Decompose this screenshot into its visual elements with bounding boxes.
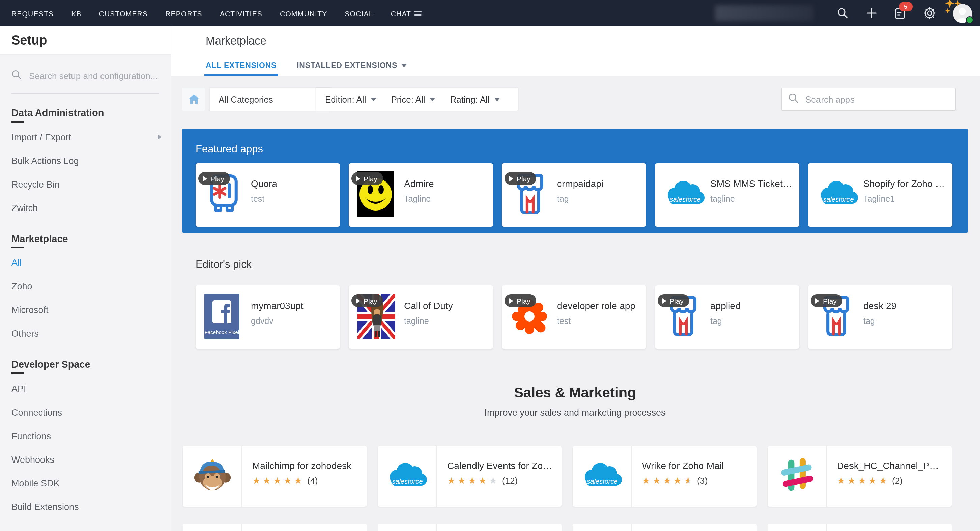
app-card-calendly-events-for-zoho[interactable]: salesforceCalendly Events for Zoho...★★★… xyxy=(378,446,562,507)
facebook-pixel-icon: Facebook Pixel xyxy=(204,292,248,341)
app-card-mymar03upt[interactable]: Facebook Pixelmymar03uptgdvdv xyxy=(196,285,340,349)
app-window: REQUESTSKBCUSTOMERSREPORTSACTIVITIESCOMM… xyxy=(0,0,980,531)
sidebar-item-others[interactable]: Others xyxy=(0,322,171,346)
play-video-button[interactable]: Play xyxy=(504,294,536,307)
search-icon xyxy=(789,93,799,105)
sidebar-heading-data-administration: Data Administration xyxy=(0,107,171,123)
sidebar-section-data-administration: Data AdministrationImport / ExportBulk A… xyxy=(0,107,171,220)
tab-installed-extensions[interactable]: INSTALLED EXTENSIONS xyxy=(297,61,407,76)
app-tagline: tagline xyxy=(404,316,488,326)
search-icon xyxy=(11,69,22,82)
apps-search-box[interactable] xyxy=(781,88,956,111)
add-icon[interactable] xyxy=(865,6,878,20)
app-card-developer-role-app[interactable]: Playdeveloper role apptest xyxy=(502,285,646,349)
svg-text:salesforce: salesforce xyxy=(670,196,700,203)
nav-item-social[interactable]: SOCIAL xyxy=(345,9,373,17)
app-name: developer role app xyxy=(557,300,641,311)
app-card-desk-29[interactable]: Playdesk 29tag xyxy=(808,285,952,349)
search-icon[interactable] xyxy=(836,6,849,20)
sidebar-item-microsoft[interactable]: Microsoft xyxy=(0,298,171,322)
page-title: Marketplace xyxy=(171,34,266,47)
home-button[interactable] xyxy=(182,88,205,111)
filter-dropdown-label: Price: All xyxy=(391,94,425,104)
more-menu-icon[interactable] xyxy=(414,11,421,15)
sidebar-item-all[interactable]: All xyxy=(0,251,171,274)
app-logo-panel xyxy=(768,524,827,531)
review-count: (4) xyxy=(307,476,318,486)
play-video-button[interactable]: Play xyxy=(811,294,843,307)
sidebar-item-api[interactable]: API xyxy=(0,377,171,400)
app-tagline: tag xyxy=(710,316,794,326)
filter-dropdown-price[interactable]: Price: All xyxy=(391,94,435,104)
sidebar-item-functions[interactable]: Functions xyxy=(0,424,171,448)
nav-item-customers[interactable]: CUSTOMERS xyxy=(99,9,148,17)
filter-dropdowns: Edition: AllPrice: AllRating: All xyxy=(316,88,518,111)
svg-text:Facebook Pixel: Facebook Pixel xyxy=(205,329,239,335)
sidebar-items: Import / ExportBulk Actions LogRecycle B… xyxy=(0,125,171,220)
sidebar-item-webhooks[interactable]: Webhooks xyxy=(0,448,171,471)
app-card-partial[interactable] xyxy=(378,524,562,531)
heading-underline xyxy=(11,247,24,248)
app-card-sms-mms-tickets[interactable]: salesforceSMS MMS Tickets ...tagline xyxy=(655,163,799,227)
filter-dropdown-edition[interactable]: Edition: All xyxy=(325,94,376,104)
play-label: Play xyxy=(517,297,530,305)
app-logo-panel xyxy=(183,524,242,531)
salesforce-icon: salesforce xyxy=(573,446,632,507)
app-card-call-of-duty[interactable]: PlayCall of Dutytagline xyxy=(349,285,493,349)
category-title: Sales & Marketing xyxy=(182,384,968,401)
play-video-button[interactable]: Play xyxy=(658,294,690,307)
sidebar-items: APIConnectionsFunctionsWebhooksMobile SD… xyxy=(0,377,171,518)
app-card-partial[interactable] xyxy=(768,524,952,531)
sidebar-item-zoho[interactable]: Zoho xyxy=(0,274,171,298)
nav-item-requests[interactable]: REQUESTS xyxy=(11,9,54,17)
app-card-shopify-for-zoho-d[interactable]: salesforceShopify for Zoho D...Tagline1 xyxy=(808,163,952,227)
sidebar-item-label: Mobile SDK xyxy=(11,478,60,488)
sidebar-item-label: Zoho xyxy=(11,281,32,292)
app-card-quora[interactable]: PlayQuoratest xyxy=(196,163,340,227)
setup-search[interactable] xyxy=(0,55,171,86)
settings-gear-icon[interactable] xyxy=(923,6,936,20)
app-card-applied[interactable]: Playappliedtag xyxy=(655,285,799,349)
play-video-button[interactable]: Play xyxy=(352,172,383,185)
app-name: Admire xyxy=(404,178,488,189)
all-categories-dropdown[interactable]: All Categories xyxy=(210,88,331,111)
play-label: Play xyxy=(517,174,530,182)
play-video-button[interactable]: Play xyxy=(352,294,383,307)
sidebar-item-bulk-actions-log[interactable]: Bulk Actions Log xyxy=(0,149,171,172)
app-card-partial[interactable] xyxy=(573,524,757,531)
nav-item-chat[interactable]: CHAT xyxy=(391,9,411,17)
tab-all-extensions[interactable]: ALL EXTENSIONS xyxy=(206,61,277,76)
setup-search-input[interactable] xyxy=(28,70,159,81)
app-card-wrike-for-zoho-mail[interactable]: salesforceWrike for Zoho Mail★★★★★★★★★★(… xyxy=(573,446,757,507)
app-card-mailchimp-for-zohodesk[interactable]: Mailchimp for zohodesk★★★★★★★★★★(4) xyxy=(183,446,367,507)
star-icon: ★★ xyxy=(652,476,662,486)
star-icon: ★★ xyxy=(837,476,846,486)
review-count: (3) xyxy=(697,476,708,486)
sidebar-item-build-extensions[interactable]: Build Extensions xyxy=(0,495,171,518)
app-card-admire[interactable]: PlayAdmireTagline xyxy=(349,163,493,227)
sidebar-item-import-export[interactable]: Import / Export xyxy=(0,125,171,149)
play-video-button[interactable]: Play xyxy=(504,172,536,185)
star-icon: ★★ xyxy=(848,476,857,486)
nav-item-reports[interactable]: REPORTS xyxy=(165,9,202,17)
app-card-desk-hc-channel-public[interactable]: Desk_HC_Channel_Public★★★★★★★★★★(2) xyxy=(768,446,952,507)
sidebar-item-recycle-bin[interactable]: Recycle Bin xyxy=(0,172,171,196)
user-avatar[interactable] xyxy=(953,4,972,22)
filter-dropdown-rating[interactable]: Rating: All xyxy=(450,94,500,104)
app-card-crmpaidapi[interactable]: Playcrmpaidapitag xyxy=(502,163,646,227)
sidebar-item-mobile-sdk[interactable]: Mobile SDK xyxy=(0,471,171,495)
star-icon: ★★ xyxy=(642,476,652,486)
sidebar-item-connections[interactable]: Connections xyxy=(0,400,171,424)
notifications-icon[interactable]: 5 xyxy=(894,6,907,20)
apps-search-input[interactable] xyxy=(804,93,942,105)
top-nav-menu: REQUESTSKBCUSTOMERSREPORTSACTIVITIESCOMM… xyxy=(0,9,411,17)
sidebar-item-label: Bulk Actions Log xyxy=(11,156,79,166)
star-icon: ★★ xyxy=(283,476,293,486)
app-card-partial[interactable] xyxy=(183,524,367,531)
nav-item-activities[interactable]: ACTIVITIES xyxy=(220,9,262,17)
sidebar-item-zwitch[interactable]: Zwitch xyxy=(0,196,171,220)
nav-item-community[interactable]: COMMUNITY xyxy=(280,9,327,17)
nav-item-kb[interactable]: KB xyxy=(71,9,81,17)
marketplace-body: All Categories Edition: AllPrice: AllRat… xyxy=(171,76,980,531)
play-video-button[interactable]: Play xyxy=(198,172,230,185)
